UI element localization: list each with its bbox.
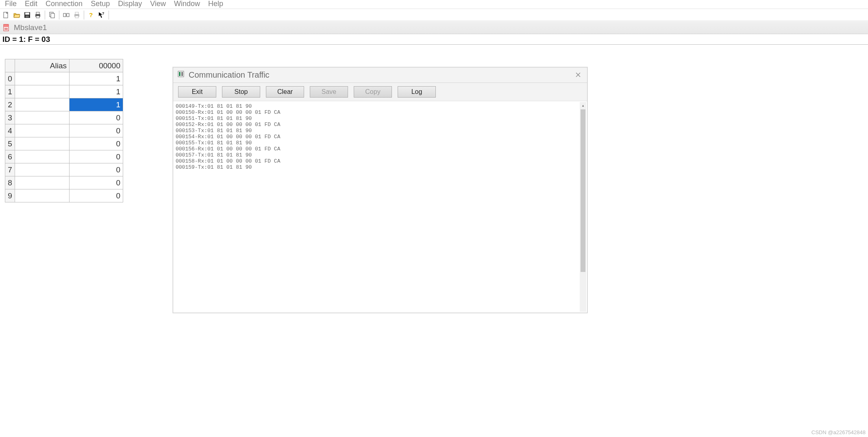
menu-view[interactable]: View <box>146 0 170 7</box>
row-index[interactable]: 3 <box>5 111 15 124</box>
exit-button[interactable]: Exit <box>178 86 216 98</box>
cell-value[interactable]: 0 <box>70 189 123 202</box>
cell-alias[interactable] <box>15 150 70 163</box>
menu-display[interactable]: Display <box>114 0 146 7</box>
row-index[interactable]: 2 <box>5 98 15 111</box>
print-icon[interactable] <box>33 10 43 20</box>
menu-window[interactable]: Window <box>170 0 204 7</box>
content-area: Alias 00000 01112130405060708090 Communi… <box>0 45 868 437</box>
menubar: FileEditConnectionSetupDisplayViewWindow… <box>0 0 868 9</box>
document-icon: DOC <box>2 24 11 32</box>
cell-alias[interactable] <box>15 176 70 189</box>
help-icon[interactable]: ? <box>86 10 96 20</box>
row-index[interactable]: 4 <box>5 124 15 137</box>
stop-button[interactable]: Stop <box>222 86 260 98</box>
dialog-title: Communication Traffic <box>189 70 270 80</box>
toolbar-separator <box>59 11 59 20</box>
scrollbar[interactable]: ▴ <box>580 102 586 312</box>
svg-rect-9 <box>63 13 66 17</box>
whatsthis-icon[interactable]: ? <box>97 10 107 20</box>
cell-value[interactable]: 0 <box>70 124 123 137</box>
clear-button[interactable]: Clear <box>266 86 304 98</box>
cell-value[interactable]: 0 <box>70 137 123 150</box>
dialog-log-area[interactable]: 000149-Tx:01 81 01 81 90 000150-Rx:01 01… <box>173 101 587 313</box>
new-icon[interactable] <box>1 10 11 20</box>
status-line: ID = 1: F = 03 <box>0 34 868 45</box>
svg-text:DOC: DOC <box>4 24 9 27</box>
cell-value[interactable]: 0 <box>70 111 123 124</box>
cell-alias[interactable] <box>15 72 70 85</box>
scroll-up-icon[interactable]: ▴ <box>580 102 586 109</box>
close-icon[interactable] <box>572 69 584 80</box>
copy-icon[interactable] <box>47 10 57 20</box>
register-table[interactable]: Alias 00000 01112130405060708090 <box>5 59 123 202</box>
cell-value[interactable]: 0 <box>70 150 123 163</box>
cell-value[interactable]: 0 <box>70 176 123 189</box>
open-icon[interactable] <box>12 10 22 20</box>
svg-text:?: ? <box>89 11 93 18</box>
print2-icon[interactable] <box>72 10 82 20</box>
svg-rect-25 <box>181 72 183 76</box>
svg-text:?: ? <box>102 11 104 15</box>
row-index[interactable]: 8 <box>5 176 15 189</box>
svg-rect-6 <box>36 16 39 18</box>
table-header-value[interactable]: 00000 <box>70 59 123 72</box>
table-row[interactable]: 01 <box>5 72 123 85</box>
table-row[interactable]: 21 <box>5 98 123 111</box>
dialog-app-icon <box>177 70 185 80</box>
comm-traffic-dialog: Communication Traffic Exit Stop Clear Sa… <box>173 67 587 313</box>
toolbar-separator <box>109 11 109 20</box>
row-index[interactable]: 1 <box>5 85 15 98</box>
menu-file[interactable]: File <box>1 0 21 7</box>
table-row[interactable]: 80 <box>5 176 123 189</box>
cell-alias[interactable] <box>15 163 70 176</box>
cell-alias[interactable] <box>15 189 70 202</box>
table-row[interactable]: 40 <box>5 124 123 137</box>
log-text: 000149-Tx:01 81 01 81 90 000150-Rx:01 01… <box>176 103 585 170</box>
table-row[interactable]: 30 <box>5 111 123 124</box>
svg-rect-8 <box>51 13 54 18</box>
menu-help[interactable]: Help <box>204 0 227 7</box>
toolbar-separator <box>45 11 45 20</box>
row-index[interactable]: 9 <box>5 189 15 202</box>
menu-edit[interactable]: Edit <box>21 0 41 7</box>
save-icon[interactable] <box>22 10 32 20</box>
cell-alias[interactable] <box>15 124 70 137</box>
table-header-alias[interactable]: Alias <box>15 59 70 72</box>
svg-rect-24 <box>179 72 181 76</box>
svg-rect-2 <box>25 13 29 15</box>
row-index[interactable]: 6 <box>5 150 15 163</box>
cell-alias[interactable] <box>15 85 70 98</box>
svg-rect-10 <box>67 13 69 17</box>
copy-button[interactable]: Copy <box>354 86 392 98</box>
cell-value[interactable]: 1 <box>70 85 123 98</box>
scroll-thumb[interactable] <box>581 109 585 272</box>
subwindow-title: Mbslave1 <box>14 23 47 32</box>
menu-connection[interactable]: Connection <box>41 0 87 7</box>
cell-value[interactable]: 1 <box>70 72 123 85</box>
table-row[interactable]: 90 <box>5 189 123 202</box>
svg-rect-5 <box>36 12 39 14</box>
svg-rect-14 <box>75 16 78 18</box>
row-index[interactable]: 0 <box>5 72 15 85</box>
table-row[interactable]: 70 <box>5 163 123 176</box>
menu-setup[interactable]: Setup <box>87 0 114 7</box>
row-index[interactable]: 5 <box>5 137 15 150</box>
cell-value[interactable]: 0 <box>70 163 123 176</box>
comm-icon[interactable] <box>61 10 71 20</box>
row-index[interactable]: 7 <box>5 163 15 176</box>
cell-alias[interactable] <box>15 137 70 150</box>
cell-value[interactable]: 1 <box>70 98 123 111</box>
subwindow-titlebar: DOC Mbslave1 <box>0 21 868 34</box>
watermark: CSDN @a2267542848 <box>811 429 866 435</box>
cell-alias[interactable] <box>15 111 70 124</box>
dialog-titlebar[interactable]: Communication Traffic <box>173 67 587 83</box>
table-header-corner[interactable] <box>5 59 15 72</box>
table-row[interactable]: 50 <box>5 137 123 150</box>
log-button[interactable]: Log <box>398 86 436 98</box>
table-row[interactable]: 60 <box>5 150 123 163</box>
cell-alias[interactable] <box>15 98 70 111</box>
save-button[interactable]: Save <box>310 86 348 98</box>
table-row[interactable]: 11 <box>5 85 123 98</box>
toolbar-separator <box>84 11 84 20</box>
